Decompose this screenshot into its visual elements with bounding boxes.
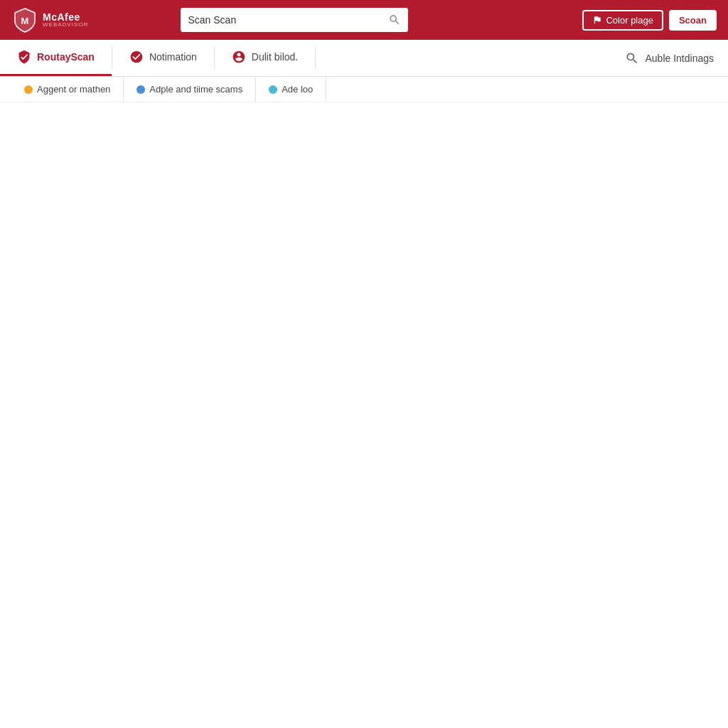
status-aggent-label: Aggent or mathen — [37, 84, 110, 95]
tab-dulit-bilod[interactable]: Dulit bilod. — [215, 40, 315, 76]
status-bar: Aggent or mathen Adple and tiime scams A… — [0, 77, 728, 102]
nav-tabs: RoutayScan Notimation Dulit bilod. Auble… — [0, 40, 728, 77]
magnify-icon — [625, 51, 639, 65]
check-circle-icon — [129, 50, 144, 64]
nav-right-item[interactable]: Auble Intdinags — [611, 40, 728, 76]
tab-notimation[interactable]: Notimation — [112, 40, 214, 76]
brand-name: McAfee — [43, 12, 88, 22]
tab-notimation-label: Notimation — [149, 51, 197, 63]
check-shield-icon — [17, 50, 31, 64]
scan-button[interactable]: Scoan — [669, 10, 717, 31]
colorplage-button[interactable]: Color plage — [582, 10, 663, 31]
tab-routayscan[interactable]: RoutayScan — [0, 40, 112, 76]
tab-divider-3 — [315, 47, 316, 69]
status-dot-cyan — [269, 85, 277, 94]
search-icon — [388, 14, 401, 26]
status-item-ade[interactable]: Ade loo — [256, 77, 326, 102]
main-content — [0, 102, 728, 728]
status-item-aggent[interactable]: Aggent or mathen — [11, 77, 124, 102]
search-container — [181, 8, 408, 32]
app-header: M McAfee WEBADVISOR Color plage Scoan — [0, 0, 728, 40]
status-dot-yellow — [24, 85, 33, 94]
tab-routayscan-label: RoutayScan — [37, 51, 95, 63]
status-adple-label: Adple and tiime scams — [149, 84, 242, 95]
flag-icon — [592, 15, 602, 25]
header-actions: Color plage Scoan — [582, 10, 717, 31]
status-item-adple[interactable]: Adple and tiime scams — [124, 77, 256, 102]
mcafee-logo-icon: M — [11, 6, 38, 33]
nav-right-label: Auble Intdinags — [645, 53, 714, 64]
search-input[interactable] — [181, 8, 381, 32]
logo-text: McAfee WEBADVISOR — [43, 12, 88, 28]
brand-sub: WEBADVISOR — [43, 22, 88, 28]
search-button[interactable] — [381, 8, 408, 32]
scan-label: Scoan — [679, 15, 707, 26]
logo-area: M McAfee WEBADVISOR — [11, 6, 90, 33]
tab-dulit-bilod-label: Dulit bilod. — [252, 51, 298, 63]
status-dot-blue — [136, 85, 145, 94]
status-ade-label: Ade loo — [282, 84, 313, 95]
svg-text:M: M — [21, 16, 29, 26]
user-circle-icon — [232, 50, 246, 64]
colorplage-label: Color plage — [606, 15, 653, 26]
